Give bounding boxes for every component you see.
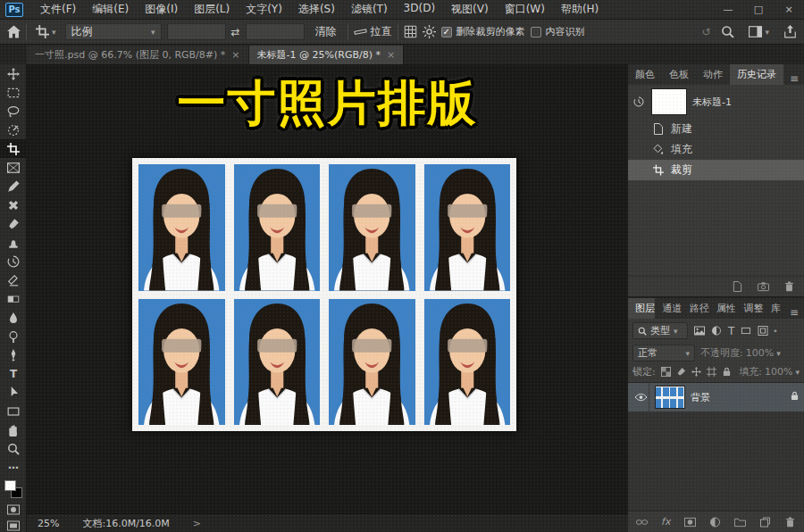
adjust-icon[interactable] (709, 517, 721, 528)
panel-tab[interactable]: 动作 (696, 64, 730, 85)
foreground-color-swatch[interactable] (4, 480, 16, 491)
history-state-row[interactable]: 新建 (628, 119, 804, 139)
panel-tab[interactable]: 路径 (683, 298, 709, 319)
fill-control[interactable]: 填充: 100% ▾ (739, 365, 800, 378)
panel-tab[interactable]: 历史记录 (730, 64, 783, 85)
page-icon[interactable] (732, 281, 743, 292)
dodge-tool[interactable] (0, 327, 27, 345)
fx-icon[interactable]: fx (661, 516, 670, 528)
layer-thumbnail[interactable] (655, 386, 685, 409)
shape-tool[interactable] (0, 402, 27, 420)
menu-item[interactable]: 3D(D) (396, 0, 443, 19)
canvas-area[interactable]: 一寸照片排版 (27, 64, 628, 513)
trash-icon[interactable] (783, 281, 795, 292)
close-tab-icon[interactable]: × (231, 49, 239, 61)
marquee-tool[interactable] (0, 83, 27, 102)
layer-filter-select[interactable]: 类型 ▾ (632, 322, 688, 339)
quick-mask-icon[interactable] (7, 502, 20, 518)
adjust-icon[interactable] (711, 325, 722, 337)
panel-tab[interactable]: 颜色 (628, 64, 662, 85)
menu-item[interactable]: 选择(S) (290, 0, 343, 19)
clone-stamp-tool[interactable] (0, 233, 27, 252)
pen-tool[interactable] (0, 345, 27, 364)
smart-icon[interactable] (758, 325, 768, 337)
content-aware-checkbox[interactable]: ✓ 内容识别 (531, 25, 585, 38)
delete-cropped-pixels-checkbox[interactable]: ✓ 删除裁剪的像素 (441, 25, 525, 38)
blend-mode-select[interactable]: 正常 ▾ (632, 345, 695, 362)
close-tab-icon[interactable]: × (387, 49, 395, 61)
snapshot-thumbnail[interactable] (651, 88, 687, 115)
frame-tool[interactable] (0, 158, 27, 177)
filter-toggle-icon[interactable]: • (773, 327, 777, 336)
overlay-options-icon[interactable] (404, 25, 417, 38)
artboard-icon[interactable] (707, 367, 716, 377)
blur-tool[interactable] (0, 308, 27, 327)
trash-icon[interactable] (784, 517, 796, 528)
shape-icon[interactable] (741, 325, 751, 337)
zoom-tool[interactable] (0, 439, 27, 458)
checker-icon[interactable] (661, 367, 671, 377)
opacity-control[interactable]: 不透明度: 100% ▾ (700, 346, 781, 360)
crop-height-input[interactable] (246, 23, 305, 40)
share-icon[interactable] (783, 25, 797, 38)
layer-visibility-eye-icon[interactable] (633, 383, 649, 411)
hand-tool[interactable] (0, 420, 27, 439)
crop-width-input[interactable] (167, 23, 226, 40)
panel-tab[interactable]: 通道 (655, 298, 682, 319)
screen-mode-icon[interactable] (7, 518, 20, 532)
maximize-button[interactable]: □ (743, 0, 774, 19)
newlayer-icon[interactable] (759, 517, 771, 528)
zoom-level[interactable]: 25% (38, 518, 59, 529)
panel-menu-icon[interactable]: ≡ (784, 72, 804, 85)
healing-brush-tool[interactable] (0, 195, 27, 214)
folder-icon[interactable] (734, 517, 746, 528)
crop-settings-gear-icon[interactable] (423, 25, 436, 38)
history-brush-source-icon[interactable] (632, 96, 646, 107)
minimize-button[interactable]: — (713, 0, 743, 19)
lock-icon[interactable] (722, 367, 732, 377)
workspace-switcher[interactable]: ▾ (745, 23, 773, 40)
menu-item[interactable]: 窗口(W) (497, 0, 553, 19)
panel-tab[interactable]: 库 (764, 298, 784, 319)
gradient-tool[interactable] (0, 289, 27, 308)
menu-item[interactable]: 帮助(H) (553, 0, 607, 19)
背景[interactable]: 背景 (628, 383, 804, 411)
crop-tool-preset[interactable]: ▾ (32, 23, 60, 40)
lasso-tool[interactable] (0, 102, 27, 121)
color-swatches[interactable] (4, 480, 23, 498)
panel-tab[interactable]: 属性 (709, 298, 736, 319)
history-brush-tool[interactable] (0, 252, 27, 270)
link-icon[interactable] (636, 517, 648, 528)
clear-button[interactable]: 清除 (310, 22, 342, 41)
move-tool[interactable] (0, 64, 27, 83)
camera-icon[interactable] (758, 281, 769, 292)
history-state-row[interactable]: 填充 (628, 139, 804, 160)
type-tool[interactable]: T (0, 364, 27, 383)
image-icon[interactable] (694, 325, 705, 337)
mask-icon[interactable] (684, 517, 696, 528)
move-icon[interactable] (691, 367, 701, 377)
search-icon[interactable] (721, 25, 734, 38)
menu-item[interactable]: 图像(I) (137, 0, 186, 19)
type-icon[interactable]: T (728, 325, 734, 337)
menu-item[interactable]: 文件(F) (32, 0, 84, 19)
panel-tab[interactable]: 色板 (662, 64, 696, 85)
menu-item[interactable]: 图层(L) (186, 0, 238, 19)
crop-tool[interactable] (0, 139, 27, 158)
path-select-tool[interactable] (0, 383, 27, 402)
straighten-button[interactable]: 拉直 (354, 24, 392, 39)
brush-icon[interactable] (676, 367, 686, 377)
ratio-select[interactable]: 比例 ▾ (65, 23, 162, 40)
brush-tool[interactable] (0, 214, 27, 233)
close-button[interactable]: × (774, 0, 804, 19)
history-snapshot-row[interactable]: 未标题-1 (628, 85, 804, 119)
document-tab[interactable]: 一寸照.psd @ 66.7% (图层 0, RGB/8#) * × (27, 46, 249, 64)
eyedropper-tool[interactable] (0, 177, 27, 195)
panel-tab[interactable]: 图层 (628, 298, 655, 319)
history-state-row[interactable]: 裁剪 (628, 160, 804, 180)
menu-item[interactable]: 滤镜(T) (343, 0, 396, 19)
document-tab[interactable]: 未标题-1 @ 25%(RGB/8) * × (249, 46, 405, 64)
object-select-tool[interactable] (0, 121, 27, 139)
panel-tab[interactable]: 调整 (736, 298, 763, 319)
layer-lock-icon[interactable] (791, 391, 799, 403)
